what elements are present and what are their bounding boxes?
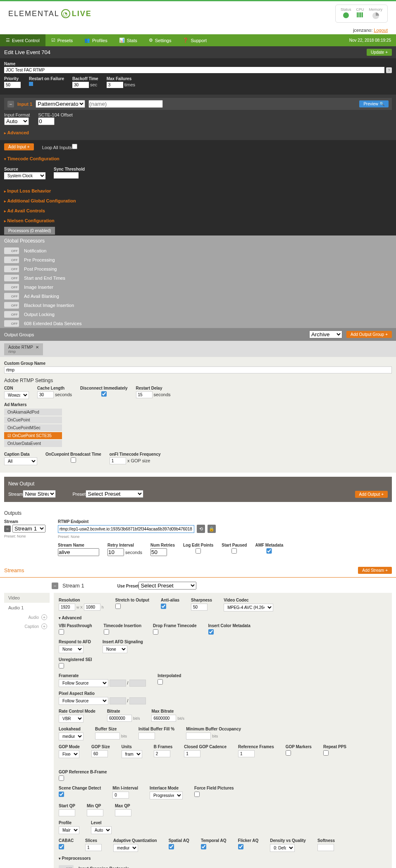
add-audio-icon[interactable]: + [41, 614, 47, 620]
gop-units-select[interactable]: frames [122, 750, 142, 758]
maxbitrate-input[interactable] [151, 715, 176, 722]
new-output-stream-select[interactable]: New Stream [23, 490, 56, 498]
ad-marker-option[interactable]: OnCuePoint SCTE35 [4, 432, 62, 439]
collapse-stream-button[interactable]: − [52, 583, 58, 589]
add-output-button[interactable]: Add Output + [355, 491, 388, 498]
restart-checkbox[interactable] [29, 82, 33, 86]
nav-stats[interactable]: 📊Stats [113, 34, 143, 46]
sei-checkbox[interactable] [59, 663, 64, 668]
lookahead-select[interactable]: medium [59, 732, 83, 740]
input-format-select[interactable]: Auto [4, 117, 29, 125]
caption-data-select[interactable]: All [4, 457, 37, 465]
toggle-button[interactable]: OFF [4, 247, 19, 254]
disconnect-checkbox[interactable] [80, 391, 127, 397]
ibf-input[interactable] [138, 732, 155, 740]
spatial-aq-checkbox[interactable] [169, 844, 174, 849]
logout-link[interactable]: Logout [374, 28, 388, 33]
amf-metadata-checkbox[interactable] [255, 548, 283, 554]
cgc-input[interactable] [184, 750, 200, 757]
antialias-checkbox[interactable] [161, 604, 166, 609]
dft-checkbox[interactable] [153, 629, 158, 635]
ref-frames-input[interactable] [238, 750, 255, 757]
toggle-button[interactable]: OFF [4, 311, 19, 318]
gop-markers-checkbox[interactable] [286, 750, 291, 756]
cdn-select[interactable]: Wowza [4, 391, 29, 399]
mbo-input[interactable] [186, 732, 211, 740]
global-conf-toggle[interactable]: Additional Global Configuration [0, 196, 396, 206]
add-input-button[interactable]: Add Input + [4, 143, 34, 150]
codec-select[interactable]: MPEG-4 AVC (H.264) [224, 604, 273, 611]
toggle-button[interactable]: OFF [4, 293, 19, 300]
nav-support[interactable]: ❓Support [177, 34, 212, 46]
par-select[interactable]: Follow Source [59, 697, 108, 705]
res-height-input[interactable] [84, 604, 100, 611]
bitrate-input[interactable] [107, 715, 132, 722]
sync-threshold-input[interactable] [54, 172, 79, 178]
collapse-input-button[interactable]: − [7, 101, 14, 107]
ad-marker-option[interactable]: OnUserDataEvent [4, 440, 62, 447]
level-select[interactable]: Auto [91, 826, 112, 834]
ad-marker-option[interactable]: OnCuePointMSec [4, 424, 62, 431]
gop-ref-bframe-checkbox[interactable] [59, 775, 64, 781]
use-preset-select[interactable]: Select Preset [138, 582, 196, 590]
nav-event-control[interactable]: ☰Event Control [0, 34, 45, 46]
credentials-icon[interactable]: 🔒 [208, 525, 216, 533]
add-output-group-button[interactable]: Add Output Group + [346, 331, 392, 338]
input-advanced-toggle[interactable]: Advanced [4, 128, 392, 137]
rtmp-endpoint-input[interactable] [58, 525, 194, 533]
toggle-button[interactable]: OFF [4, 320, 19, 327]
toggle-button[interactable]: OFF [4, 284, 19, 290]
toggle-button[interactable]: OFF [4, 275, 19, 281]
nav-presets[interactable]: ☑Presets [45, 34, 79, 46]
timecode-source-select[interactable]: System Clock [4, 172, 45, 179]
preview-button[interactable]: Preview 🔍 [359, 100, 389, 107]
cache-length-input[interactable] [37, 391, 54, 398]
ad-marker-option[interactable]: OnCuePoint [4, 416, 62, 423]
backoff-input[interactable] [72, 82, 89, 88]
restart-delay-input[interactable] [136, 391, 153, 398]
priority-input[interactable] [4, 82, 21, 88]
input-generator-select[interactable]: PatternGenerator (HD-S [36, 100, 85, 108]
temporal-aq-checkbox[interactable] [201, 844, 206, 849]
output-type-select[interactable]: Archive [309, 331, 342, 338]
ad-marker-option[interactable]: OnAkamaiAdPod [4, 409, 62, 416]
gop-mode-select[interactable]: Fixed [59, 750, 79, 758]
name-input[interactable] [4, 67, 384, 73]
advanced-toggle[interactable]: Advanced [59, 616, 387, 620]
dvq-select[interactable]: 0: Default [270, 844, 295, 852]
repeat-pps-checkbox[interactable] [323, 750, 329, 756]
sharpness-input[interactable] [191, 604, 208, 611]
interp-checkbox[interactable] [157, 679, 163, 685]
preprocessors-toggle[interactable]: Preprocessors [59, 856, 387, 861]
start-paused-checkbox[interactable] [222, 548, 247, 554]
stream-name-input[interactable] [58, 548, 99, 556]
link-icon[interactable]: ⟲ [197, 525, 205, 533]
new-output-preset-select[interactable]: Select Preset [86, 490, 143, 498]
oncue-checkbox[interactable] [45, 457, 101, 463]
log-edit-checkbox[interactable] [183, 548, 213, 554]
profile-select[interactable]: Main [59, 826, 79, 834]
add-stream-button[interactable]: Add Stream + [358, 567, 392, 574]
input-loss-toggle[interactable]: Input Loss Behavior [0, 186, 396, 196]
output-stream-select[interactable]: Stream 1 [12, 525, 45, 533]
add-caption-icon[interactable]: + [41, 623, 47, 629]
nav-profiles[interactable]: 👥Profiles [79, 34, 113, 46]
cabac-checkbox[interactable] [59, 844, 64, 849]
processors-tab[interactable]: Processors (0 enabled) [4, 227, 55, 235]
custom-group-name-input[interactable] [4, 366, 392, 373]
onfi-input[interactable] [110, 457, 126, 464]
min-i-interval-input[interactable] [112, 792, 129, 799]
buffer-size-input[interactable] [95, 732, 120, 740]
rcm-select[interactable]: VBR [59, 715, 83, 723]
max-qp-input[interactable] [115, 809, 131, 816]
flicker-aq-checkbox[interactable] [238, 844, 243, 849]
min-qp-input[interactable] [87, 809, 103, 816]
tab-audio-1[interactable]: Audio 1 [4, 603, 50, 613]
tci-checkbox[interactable] [104, 629, 109, 635]
remove-output-button[interactable]: − [4, 526, 11, 532]
icm-checkbox[interactable] [208, 629, 214, 635]
timecode-section-toggle[interactable]: Timecode Configuration [0, 154, 396, 164]
vbi-checkbox[interactable] [59, 629, 64, 635]
slices-input[interactable] [85, 844, 102, 851]
toggle-button[interactable]: OFF [4, 266, 19, 272]
